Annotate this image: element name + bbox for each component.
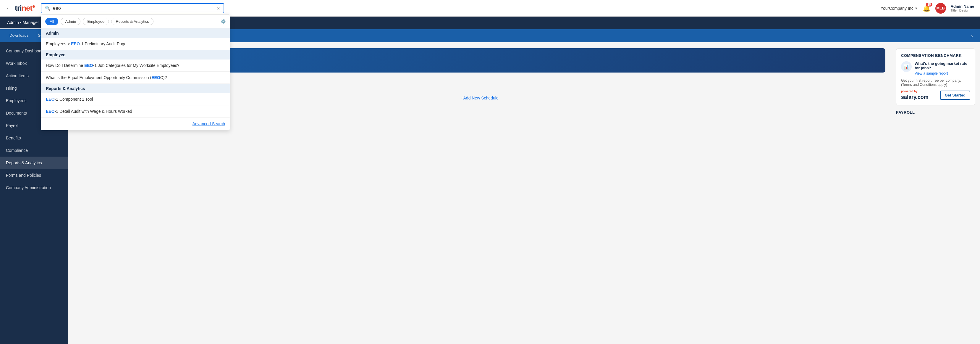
- sidebar-label: Forms and Policies: [6, 173, 41, 178]
- get-started-button[interactable]: Get Started: [940, 91, 970, 100]
- header: ← trinet 🔍 × All Admin Employee Reports …: [0, 0, 980, 17]
- admin-info: Admin Name Title | Design: [951, 4, 974, 12]
- compensation-benchmark-card: COMPENSATION BENCHMARK 📊 What's the goin…: [896, 48, 975, 106]
- sidebar-item-compliance[interactable]: Compliance: [0, 144, 68, 157]
- sidebar-item-reports[interactable]: Reports & Analytics: [0, 157, 68, 169]
- comp-text: What's the going market rate for jobs? V…: [915, 61, 970, 75]
- avatar[interactable]: MLB: [935, 3, 946, 14]
- search-section-admin: Admin: [41, 29, 230, 38]
- logo: trinet: [15, 3, 35, 13]
- list-item[interactable]: EEO-1 Detail Audit with Wage & Hours Wor…: [41, 106, 230, 118]
- sidebar-item-company-admin[interactable]: Company Administration: [0, 181, 68, 194]
- search-filter-tabs: All Admin Employee Reports & Analytics ⚙…: [41, 15, 230, 29]
- sidebar-label: Reports & Analytics: [6, 160, 42, 165]
- chevron-down-icon: ▼: [915, 6, 918, 10]
- powered-by-label: powered by: [901, 90, 929, 93]
- search-icon: 🔍: [45, 6, 51, 11]
- sidebar-label: Company Dashboard: [6, 48, 45, 53]
- list-item[interactable]: EEO-1 Component 1 Tool: [41, 93, 230, 106]
- close-icon[interactable]: ×: [217, 6, 220, 11]
- logo-accent: net: [22, 3, 32, 13]
- sidebar-label: Documents: [6, 111, 27, 115]
- back-button[interactable]: ←: [6, 5, 11, 11]
- notification-bell[interactable]: 🔔 25: [923, 5, 931, 12]
- right-panel: COMPENSATION BENCHMARK 📊 What's the goin…: [891, 42, 980, 344]
- nav-chevron-right-icon[interactable]: ›: [969, 33, 975, 39]
- sidebar-label: Hiring: [6, 86, 17, 91]
- filter-tab-reports[interactable]: Reports & Analytics: [111, 18, 153, 25]
- filter-tab-employee[interactable]: Employee: [83, 18, 109, 25]
- filter-tab-all[interactable]: All: [45, 18, 58, 25]
- search-dropdown: All Admin Employee Reports & Analytics ⚙…: [41, 14, 230, 130]
- sidebar-label: Employees: [6, 98, 26, 103]
- comp-body: 📊 What's the going market rate for jobs?…: [901, 61, 970, 75]
- tab-admin-manager[interactable]: Admin • Manager: [0, 17, 46, 29]
- comp-benchmark-title: COMPENSATION BENCHMARK: [901, 53, 970, 58]
- search-bar[interactable]: 🔍 ×: [41, 3, 224, 13]
- logo-dot: [33, 5, 35, 8]
- sidebar-label: Benefits: [6, 136, 21, 140]
- sidebar-label: Payroll: [6, 123, 19, 128]
- sidebar-item-forms[interactable]: Forms and Policies: [0, 169, 68, 181]
- header-right: YourCompany Inc ▼ 🔔 25 MLB Admin Name Ti…: [881, 3, 974, 14]
- advanced-search-link[interactable]: Advanced Search: [192, 122, 225, 126]
- company-name: YourCompany Inc: [881, 6, 913, 11]
- sidebar-label: Company Administration: [6, 185, 51, 190]
- nav-tab-downloads[interactable]: Downloads: [5, 29, 33, 42]
- sidebar-label: Work Inbox: [6, 61, 27, 66]
- salary-logo: salary.com: [901, 94, 929, 100]
- search-container: 🔍 × All Admin Employee Reports & Analyti…: [41, 3, 224, 13]
- list-item[interactable]: How Do I Determine EEO-1 Job Categories …: [41, 59, 230, 72]
- payroll-section: PAYROLL: [896, 110, 975, 115]
- search-input[interactable]: [53, 6, 217, 11]
- comp-description: Get your first report free per company. …: [901, 78, 970, 87]
- comp-footer: powered by salary.com Get Started: [901, 90, 970, 100]
- list-item[interactable]: What is the Equal Employment Opportunity…: [41, 72, 230, 84]
- view-sample-link[interactable]: View a sample report: [915, 71, 948, 75]
- sidebar-label: Action Items: [6, 74, 29, 78]
- admin-title: Title | Design: [951, 9, 974, 12]
- payroll-title: PAYROLL: [896, 110, 975, 115]
- search-footer: Advanced Search: [41, 118, 230, 130]
- admin-name: Admin Name: [951, 4, 974, 9]
- comp-heading: What's the going market rate for jobs?: [915, 61, 970, 70]
- list-item[interactable]: Employees > EEO-1 Preliminary Audit Page: [41, 38, 230, 50]
- sidebar-item-benefits[interactable]: Benefits: [0, 132, 68, 144]
- search-section-reports: Reports & Analytics: [41, 84, 230, 93]
- chart-icon: 📊: [901, 61, 912, 72]
- company-selector[interactable]: YourCompany Inc ▼: [881, 6, 918, 11]
- sidebar-label: Compliance: [6, 148, 28, 153]
- notification-badge: 25: [926, 3, 932, 6]
- logo-area: ← trinet: [6, 3, 35, 13]
- filter-settings-icon[interactable]: ⚙️: [221, 19, 226, 24]
- salary-logo-area: powered by salary.com: [901, 90, 929, 100]
- filter-tab-admin[interactable]: Admin: [60, 18, 80, 25]
- search-section-employee: Employee: [41, 50, 230, 59]
